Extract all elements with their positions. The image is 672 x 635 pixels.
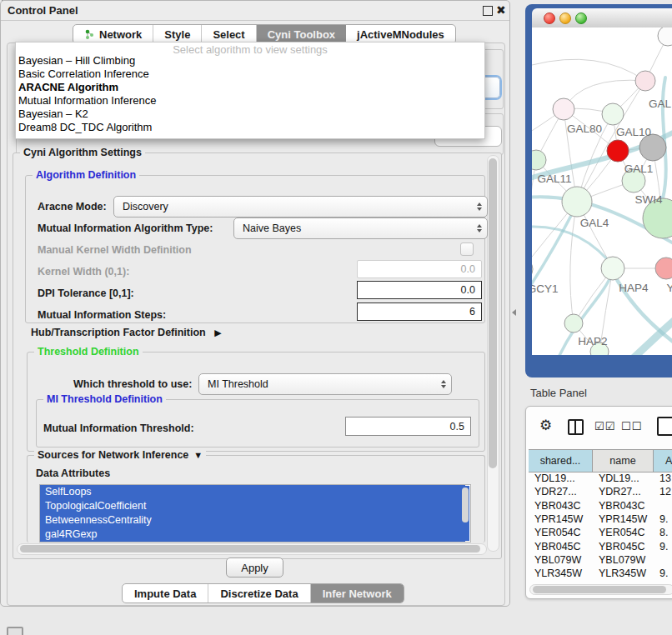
which-threshold-label: Which threshold to use: <box>73 378 192 390</box>
table-row[interactable]: YBL079W YBL079W <box>529 553 672 567</box>
network-node[interactable] <box>658 28 672 46</box>
network-node-gal4[interactable] <box>562 187 592 217</box>
manual-kernel-checkbox[interactable] <box>460 242 474 256</box>
table-row-clipped[interactable]: YIL052C YIL052C 9 <box>529 580 672 582</box>
data-attributes-list[interactable]: SelfLoops TopologicalCoefficient Between… <box>39 484 471 542</box>
tab-discretize-data-label: Discretize Data <box>220 588 298 600</box>
table-hscrollbar[interactable] <box>529 584 672 595</box>
tab-jactivemnodules[interactable]: jActiveMNodules <box>346 25 455 43</box>
attribute-item-selected[interactable]: BetweennessCentrality <box>40 513 465 528</box>
close-icon[interactable]: ✖ <box>496 3 506 17</box>
apply-button[interactable]: Apply <box>226 558 283 578</box>
table-row[interactable]: YBR043C YBR043C <box>529 499 672 512</box>
tab-style[interactable]: Style <box>153 25 202 43</box>
mi-threshold-label: Mutual Information Threshold: <box>43 422 194 434</box>
zoom-traffic-light[interactable] <box>575 12 587 24</box>
table-row[interactable]: YDL19... YDL19... 13 <box>529 472 672 485</box>
select-all-checkboxes-icon[interactable]: ☑☑ <box>594 420 615 432</box>
cell: 8. <box>654 527 672 538</box>
network-window-titlebar[interactable] <box>532 8 672 28</box>
tab-infer-network[interactable]: Infer Network <box>311 584 404 602</box>
threshold-definition-title: Threshold Definition <box>34 346 143 358</box>
gear-icon[interactable]: ⚙ <box>539 417 552 434</box>
attribute-item-selected[interactable]: TopologicalCoefficient <box>40 499 465 513</box>
float-window-icon[interactable] <box>483 6 493 16</box>
hub-definition-toggle[interactable]: Hub/Transcription Factor Definition ▶ <box>31 327 222 338</box>
table-row[interactable]: YER054C YER054C 8. <box>529 526 672 539</box>
node-label-gal10: GAL10 <box>616 126 651 138</box>
cell: YDL19... <box>593 472 654 484</box>
threshold-definition-group: Threshold Definition Which threshold to … <box>27 352 485 452</box>
cell: YBR045C <box>593 541 654 552</box>
node-label-hap4: HAP4 <box>619 282 649 294</box>
network-icon <box>84 29 95 40</box>
table-row[interactable]: YDR27... YDR27... 12 <box>529 485 672 498</box>
network-node-salmon[interactable] <box>655 258 672 279</box>
cell: YDR27... <box>593 486 654 498</box>
mi-steps-field[interactable]: 6 <box>357 302 482 321</box>
cell: YBR045C <box>529 541 593 552</box>
cell: YPR145W <box>529 513 593 525</box>
dropdown-item[interactable]: Bayesian – K2 <box>16 108 484 121</box>
node-label-gal80: GAL80 <box>567 122 602 135</box>
cell: YPR145W <box>593 513 654 525</box>
network-node-gal11[interactable] <box>532 150 546 170</box>
close-traffic-light[interactable] <box>544 12 555 24</box>
which-threshold-combobox[interactable]: MI Threshold <box>198 373 452 395</box>
cell: YBL079W <box>529 554 593 566</box>
cyni-algorithm-settings-group: Cyni Algorithm Settings Algorithm Defini… <box>13 152 502 559</box>
aracne-mode-combobox[interactable]: Discovery <box>113 196 488 218</box>
network-canvas[interactable]: GAL GAL80 GAL10 GAL1 GAL11 SWI4 GAL4 GCY… <box>532 28 672 355</box>
dropdown-item[interactable]: Dream8 DC_TDC Algorithm <box>16 121 484 134</box>
network-node-hap4[interactable] <box>601 257 624 280</box>
attributes-scrollbar-thumb[interactable] <box>462 488 469 522</box>
column-header-shared-name[interactable]: shared... <box>529 450 593 472</box>
dropdown-item[interactable]: Bayesian – Hill Climbing <box>16 54 484 68</box>
network-node-gal80[interactable] <box>553 98 574 120</box>
attributes-scrollbar[interactable] <box>461 486 469 541</box>
node-label: GAL <box>649 98 672 110</box>
dropdown-item-aracne[interactable]: ARACNE Algorithm <box>16 81 484 94</box>
network-node-hap2[interactable] <box>564 314 583 332</box>
tab-select-label: Select <box>213 28 244 41</box>
cell: YIL052C <box>593 582 654 582</box>
network-node[interactable] <box>635 71 655 91</box>
tab-network[interactable]: Network <box>73 25 153 43</box>
settings-hscrollbar[interactable] <box>17 543 487 555</box>
minimized-panel-icon[interactable] <box>7 627 23 635</box>
network-node-red[interactable] <box>607 140 629 162</box>
export-table-icon[interactable] <box>657 417 672 436</box>
dropdown-item[interactable]: Mutual Information Inference <box>16 94 484 108</box>
sources-toggle[interactable]: Sources for Network Inference▼ <box>34 449 206 461</box>
control-panel-window: Control Panel ✖ Network Style Select <box>0 0 510 607</box>
deselect-all-checkboxes-icon[interactable]: ☐☐ <box>621 420 642 432</box>
tab-impute-data[interactable]: Impute Data <box>123 584 208 602</box>
mi-type-combobox[interactable]: Naive Bayes <box>233 218 488 239</box>
algorithm-definition-title: Algorithm Definition <box>33 169 139 181</box>
column-header-name[interactable]: name <box>593 450 654 472</box>
minimize-traffic-light[interactable] <box>559 12 571 24</box>
table-hscrollbar-thumb[interactable] <box>533 586 666 593</box>
column-header-cut[interactable]: A <box>654 450 672 472</box>
attribute-item-selected[interactable]: SelfLoops <box>40 485 465 499</box>
table-row[interactable]: YPR145W YPR145W 9. <box>529 512 672 526</box>
columns-icon[interactable] <box>568 419 584 435</box>
settings-vscrollbar[interactable] <box>487 155 499 552</box>
dropdown-item[interactable]: Basic Correlation Inference <box>16 68 484 81</box>
settings-vscrollbar-thumb[interactable] <box>489 158 497 468</box>
table-row[interactable]: YLR345W YLR345W 9. <box>529 567 672 580</box>
mi-threshold-field[interactable]: 0.5 <box>345 417 471 436</box>
algorithm-dropdown-list: Select algorithm to view settings Bayesi… <box>15 42 485 139</box>
split-pane-collapse-icon[interactable] <box>512 309 516 316</box>
node-label-gal11: GAL11 <box>537 172 571 185</box>
cell: 9. <box>654 513 672 525</box>
network-node-gcy1[interactable] <box>532 258 533 280</box>
tab-discretize-data[interactable]: Discretize Data <box>208 584 310 602</box>
dpi-tolerance-field[interactable]: 0.0 <box>357 281 482 299</box>
attribute-item-selected[interactable]: gal4RGexp <box>40 528 465 542</box>
network-node-gal10[interactable] <box>602 103 624 125</box>
settings-hscrollbar-thumb[interactable] <box>20 545 480 552</box>
tab-cyni-toolbox[interactable]: Cyni Toolbox <box>257 25 346 43</box>
table-row[interactable]: YBR045C YBR045C 9. <box>529 539 672 552</box>
tab-select[interactable]: Select <box>202 25 256 43</box>
